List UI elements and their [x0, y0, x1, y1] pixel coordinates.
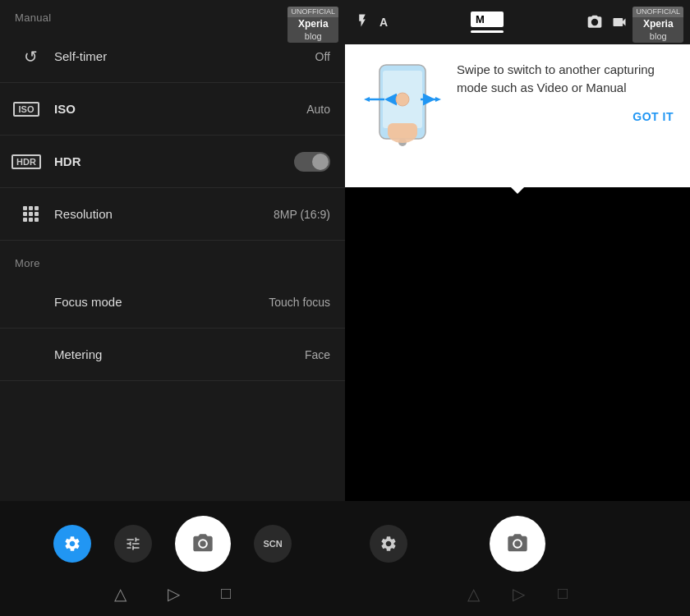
- mode-badge: M: [471, 11, 504, 27]
- mode-underline: [471, 30, 504, 33]
- forward-nav-icon[interactable]: ▷: [168, 584, 180, 604]
- settings-button[interactable]: [53, 525, 91, 563]
- xperia-name: Xperia: [288, 17, 338, 30]
- more-section-label: More: [0, 246, 345, 276]
- tooltip-popup: Swipe to switch to another capturing mod…: [345, 44, 690, 187]
- video-camera-icon[interactable]: [611, 14, 628, 30]
- forward-nav-right[interactable]: ▷: [513, 584, 525, 604]
- home-nav-icon[interactable]: □: [221, 584, 231, 603]
- camera-top-bar: A M UNOFFICIAL Xperia blog: [345, 0, 690, 44]
- metering-label: Metering: [54, 347, 305, 361]
- scn-label: SCN: [263, 539, 282, 549]
- blog-label-right: blog: [632, 30, 683, 43]
- self-timer-value: Off: [315, 50, 330, 63]
- phone-illustration: [361, 61, 444, 171]
- left-panel: UNOFFICIAL Xperia blog Manual ↺ Self-tim…: [0, 0, 345, 616]
- right-panel: A M UNOFFICIAL Xperia blog: [345, 0, 690, 616]
- mode-indicator-area: M: [398, 11, 577, 33]
- bottom-icons-row: SCN: [0, 516, 345, 572]
- svg-rect-4: [388, 123, 417, 138]
- resolution-label: Resolution: [54, 207, 274, 221]
- svg-marker-6: [435, 97, 441, 102]
- metering-value: Face: [305, 348, 330, 361]
- swipe-illustration: [361, 61, 444, 168]
- iso-badge-icon: ISO: [15, 102, 46, 117]
- nav-row-left: △ ▷ □: [114, 584, 231, 604]
- resolution-value: 8MP (16:9): [274, 208, 330, 221]
- svg-point-7: [396, 93, 409, 106]
- bottom-icons-row-right: [345, 516, 690, 572]
- photo-camera-icon[interactable]: [586, 14, 603, 30]
- metering-row[interactable]: Metering Face: [0, 329, 345, 381]
- hdr-row[interactable]: HDR HDR: [0, 136, 345, 188]
- tooltip-text-area: Swipe to switch to another capturing mod…: [457, 61, 674, 123]
- settings-list: Manual ↺ Self-timer Off ISO ISO Auto HDR…: [0, 0, 345, 501]
- flash-svg: [355, 11, 370, 30]
- hdr-toggle[interactable]: [294, 152, 330, 172]
- focus-mode-value: Touch focus: [269, 296, 330, 309]
- camera-icon-right: [506, 532, 529, 555]
- gear-icon: [63, 535, 81, 553]
- blog-label: blog: [288, 30, 338, 43]
- tooltip-text: Swipe to switch to another capturing mod…: [457, 61, 674, 97]
- scene-button[interactable]: SCN: [254, 525, 292, 563]
- nav-row-right: △ ▷ □: [467, 584, 568, 604]
- sliders-icon: [125, 536, 141, 552]
- back-nav-right[interactable]: △: [467, 584, 480, 604]
- more-section: More Focus mode Touch focus Metering Fac…: [0, 246, 345, 381]
- gear-icon-right: [380, 535, 398, 553]
- iso-value: Auto: [306, 103, 330, 116]
- unofficial-label-right: UNOFFICIAL: [632, 7, 683, 17]
- bottom-bar-right: △ ▷ □: [345, 501, 690, 616]
- auto-flash-indicator: A: [380, 16, 388, 29]
- iso-badge: ISO: [13, 102, 40, 117]
- flash-icon[interactable]: [355, 11, 370, 34]
- back-nav-icon[interactable]: △: [114, 584, 126, 604]
- shutter-button-right[interactable]: [490, 516, 545, 572]
- iso-row[interactable]: ISO ISO Auto: [0, 83, 345, 136]
- hdr-badge-icon: HDR: [15, 154, 46, 169]
- focus-mode-row[interactable]: Focus mode Touch focus: [0, 276, 345, 329]
- bottom-bar-left: SCN △ ▷ □: [0, 501, 345, 616]
- resolution-icon: [15, 206, 46, 222]
- camera-icon: [191, 532, 214, 555]
- svg-marker-5: [364, 97, 370, 102]
- unofficial-label: UNOFFICIAL: [288, 7, 338, 17]
- xperia-name-right: Xperia: [632, 17, 683, 30]
- focus-mode-label: Focus mode: [54, 295, 269, 309]
- settings-button-right[interactable]: [370, 525, 407, 563]
- self-timer-label: Self-timer: [54, 49, 315, 63]
- xperia-badge-left: UNOFFICIAL Xperia blog: [288, 7, 338, 43]
- xperia-badge-right: UNOFFICIAL Xperia blog: [632, 7, 683, 43]
- shutter-button[interactable]: [175, 516, 231, 572]
- hdr-label: HDR: [54, 154, 294, 168]
- hdr-badge: HDR: [12, 154, 41, 169]
- got-it-button[interactable]: GOT IT: [457, 110, 674, 123]
- resolution-row[interactable]: Resolution 8MP (16:9): [0, 188, 345, 241]
- iso-label: ISO: [54, 102, 306, 116]
- self-timer-icon: ↺: [15, 47, 46, 67]
- sliders-button[interactable]: [114, 525, 152, 563]
- grid-dots-icon: [23, 206, 39, 222]
- home-nav-right[interactable]: □: [558, 584, 568, 603]
